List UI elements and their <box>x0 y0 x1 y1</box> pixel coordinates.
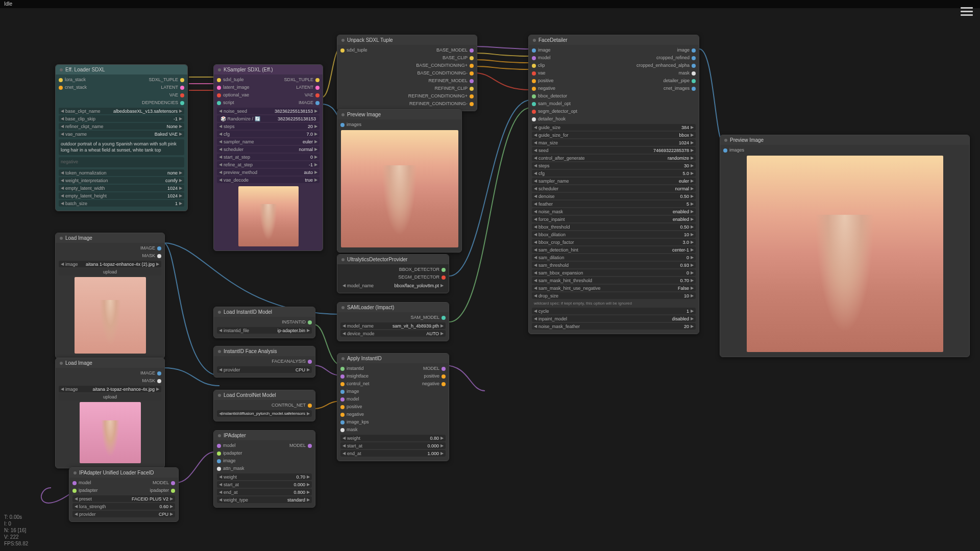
upload-button[interactable]: upload <box>59 268 161 276</box>
node-ksampler-sdxl[interactable]: KSampler SDXL (Eff.) sdxl_tupleSDXL_TUPL… <box>213 64 323 251</box>
negative-prompt[interactable]: negative <box>59 157 184 167</box>
preview-1-image <box>341 130 458 247</box>
node-ultralytics-detector[interactable]: UltralyticsDetectorProvider BBOX_DETECTO… <box>337 254 449 293</box>
load-image-1-thumb <box>75 277 146 354</box>
ksampler-thumbnail <box>238 186 299 246</box>
status-bar: Idle <box>0 0 980 8</box>
node-load-controlnet[interactable]: Load ControlNet Model CONTROL_NET ◀insta… <box>213 390 315 421</box>
performance-stats: T: 0.00s I: 0 N: 16 [16] V: 222 FPS:58.8… <box>4 514 28 547</box>
node-apply-instantid[interactable]: Apply InstantID instantidMODEL insightfa… <box>337 353 449 461</box>
node-load-image-1[interactable]: Load Image IMAGE MASK ◀imageaitana 1-top… <box>55 233 165 359</box>
upload-button[interactable]: upload <box>59 393 161 400</box>
node-load-image-2[interactable]: Load Image IMAGE MASK ◀imageaitana 2-top… <box>55 358 165 468</box>
node-unpack-sdxl[interactable]: Unpack SDXL Tuple sdxl_tupleBASE_MODEL B… <box>337 35 477 111</box>
preview-2-image <box>747 156 943 352</box>
node-load-instantid[interactable]: Load InstantID Model INSTANTID ◀instanti… <box>213 307 315 338</box>
node-face-detailer[interactable]: FaceDetailer imageimage modelcropped_ref… <box>528 35 699 334</box>
node-ipadapter-unified[interactable]: IPAdapter Unified Loader FaceID modelMOD… <box>69 467 179 522</box>
node-ipadapter[interactable]: IPAdapter modelMODEL ipadapter image att… <box>213 430 315 508</box>
node-face-analysis[interactable]: InstantID Face Analysis FACEANALYSIS ◀pr… <box>213 346 315 378</box>
load-image-2-thumb <box>80 402 141 463</box>
node-preview-image-1[interactable]: Preview Image images <box>337 109 462 253</box>
positive-prompt[interactable]: outdoor portrait of a young Spanish woma… <box>59 139 184 155</box>
node-sam-loader[interactable]: SAMLoader (Impact) SAM_MODEL ◀model_name… <box>337 302 449 341</box>
node-eff-loader-sdxl[interactable]: Eff. Loader SDXL lora_stackSDXL_TUPLE cn… <box>55 64 188 211</box>
node-preview-image-2[interactable]: Preview Image images <box>720 135 970 357</box>
node-canvas[interactable]: Eff. Loader SDXL lora_stackSDXL_TUPLE cn… <box>0 8 980 551</box>
